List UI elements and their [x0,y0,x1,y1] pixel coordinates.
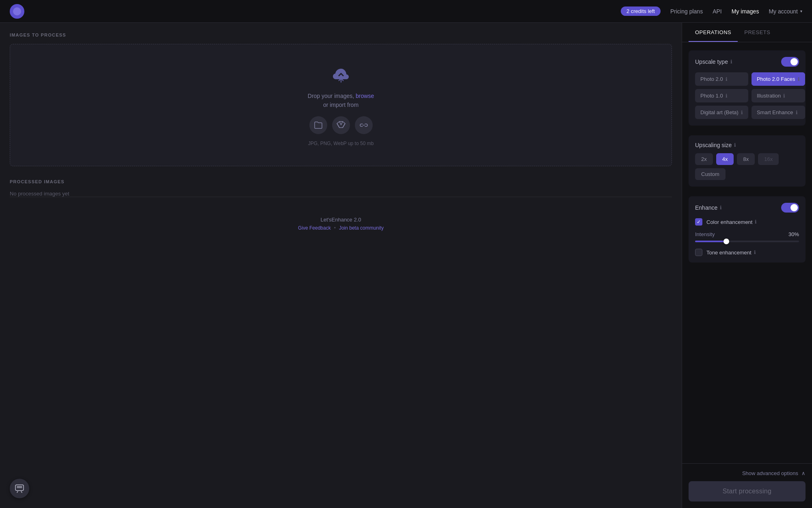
upload-browse-link[interactable]: browse [356,93,374,99]
upscale-type-toggle[interactable] [781,57,799,67]
size-btn-2x[interactable]: 2x [695,153,713,165]
no-images-text: No processed images yet [10,191,672,197]
link-icon [359,123,368,128]
upload-text-before: Drop your images, [308,93,356,99]
digitalart-info-icon[interactable]: ℹ [741,110,743,115]
start-processing-button[interactable]: Start processing [689,481,806,501]
color-enhancement-checkbox[interactable]: ✓ [695,218,702,226]
tone-enhancement-row: Tone enhancement ℹ [695,249,799,256]
upscale-type-row: Upscale type ℹ [695,57,799,67]
chat-button[interactable] [10,479,29,498]
upload-area[interactable]: Drop your images, browse or import from [10,44,672,166]
photo20faces-info-icon[interactable]: ℹ [798,76,800,82]
advanced-options-link[interactable]: Show advanced options ∧ [682,463,812,481]
size-btn-16x[interactable]: 16x [758,153,779,165]
photo10-info-icon[interactable]: ℹ [726,93,728,99]
processed-section-title: PROCESSED IMAGES [10,179,672,184]
intensity-slider-row: Intensity 30% [695,231,799,242]
upload-cloud-icon [330,65,352,85]
color-enhancement-row: ✓ Color enhancement ℹ [695,218,799,226]
tone-enhancement-info-icon[interactable]: ℹ [754,250,756,255]
tabs: OPERATIONS PRESETS [682,23,812,42]
size-btn-4x[interactable]: 4x [716,153,734,165]
tone-enhancement-label: Tone enhancement ℹ [706,250,756,256]
slider-thumb[interactable] [723,239,729,244]
chevron-down-icon: ▾ [800,9,802,13]
type-btn-photo20faces[interactable]: Photo 2.0 Faces ℹ [752,72,805,86]
api-link[interactable]: API [713,8,722,15]
footer-links: Give Feedback • Join beta community [16,225,665,231]
import-link-btn[interactable] [355,116,373,134]
color-enhancement-info-icon[interactable]: ℹ [755,219,757,225]
type-btn-photo10[interactable]: Photo 1.0 ℹ [695,89,748,102]
enhance-section: Enhance ℹ ✓ Color enhancement ℹ [689,196,806,263]
smartenhance-info-icon[interactable]: ℹ [796,110,798,115]
feedback-link[interactable]: Give Feedback [298,225,331,231]
upscaling-size-section: Upscaling size ℹ 2x 4x 8x 16x Custom [689,135,806,187]
upload-section-title: IMAGES TO PROCESS [10,33,672,37]
type-btn-photo20[interactable]: Photo 2.0 ℹ [695,72,748,86]
processed-section: PROCESSED IMAGES No processed images yet [10,179,672,197]
upscaling-size-label: Upscaling size ℹ [695,142,736,148]
header: 2 credits left Pricing plans API My imag… [0,0,812,23]
import-drive-btn[interactable] [332,116,350,134]
import-folder-btn[interactable] [309,116,327,134]
upload-text-after: or import from [323,102,358,108]
slider-header: Intensity 30% [695,231,799,237]
account-label: My account [769,8,798,15]
chat-icon [15,484,24,493]
checkmark-icon: ✓ [697,219,701,225]
type-btn-smartenhance[interactable]: Smart Enhance ℹ [752,106,805,119]
footer-title: Let'sEnhance 2.0 [16,217,665,223]
upscaling-size-info-icon[interactable]: ℹ [734,142,736,148]
slider-fill [695,241,726,242]
upscale-type-info-icon[interactable]: ℹ [730,59,732,65]
toggle-thumb [790,58,798,65]
enhance-row: Enhance ℹ [695,203,799,213]
right-panel: OPERATIONS PRESETS Upscale type ℹ Ph [682,23,812,508]
enhance-toggle-thumb [790,204,798,211]
intensity-label: Intensity [695,231,715,237]
drive-icon [337,121,346,129]
import-icons [309,116,373,134]
my-images-link[interactable]: My images [732,8,759,15]
size-options: 2x 4x 8x 16x Custom [695,153,799,180]
separator-dot: • [334,225,336,231]
logo[interactable] [10,4,24,19]
size-btn-custom[interactable]: Custom [695,168,726,180]
main-layout: IMAGES TO PROCESS Drop your images, brow… [0,23,812,508]
chevron-up-icon: ∧ [801,470,806,476]
color-enhancement-label: Color enhancement ℹ [706,219,757,225]
upscale-type-label: Upscale type ℹ [695,59,732,65]
illustration-info-icon[interactable]: ℹ [783,93,785,99]
type-btn-illustration[interactable]: Illustration ℹ [752,89,805,102]
upload-hint: JPG, PNG, WebP up to 50 mb [308,141,374,146]
photo20-info-icon[interactable]: ℹ [726,76,728,82]
type-options-grid: Photo 2.0 ℹ Photo 2.0 Faces ℹ Photo 1.0 … [695,72,799,119]
intensity-slider[interactable] [695,241,799,242]
upscale-type-section: Upscale type ℹ Photo 2.0 ℹ Photo 2.0 Fac… [689,50,806,126]
enhance-toggle[interactable] [781,203,799,213]
logo-circle [13,7,21,15]
type-btn-digitalart[interactable]: Digital art (Beta) ℹ [695,106,748,119]
pricing-link[interactable]: Pricing plans [670,8,703,15]
enhance-label: Enhance ℹ [695,204,722,211]
upload-icon-wrap [330,64,352,87]
beta-link[interactable]: Join beta community [339,225,384,231]
footer: Let'sEnhance 2.0 Give Feedback • Join be… [10,197,672,237]
account-menu[interactable]: My account ▾ [769,8,802,15]
intensity-value: 30% [788,231,799,237]
tab-operations[interactable]: OPERATIONS [689,23,738,42]
advanced-options-label: Show advanced options [742,470,798,476]
upload-text: Drop your images, browse or import from [308,91,374,110]
enhance-info-icon[interactable]: ℹ [720,205,722,211]
credits-badge[interactable]: 2 credits left [621,7,661,16]
operations-content: Upscale type ℹ Photo 2.0 ℹ Photo 2.0 Fac… [682,42,812,463]
size-btn-8x[interactable]: 8x [737,153,755,165]
left-panel: IMAGES TO PROCESS Drop your images, brow… [0,23,682,508]
tone-enhancement-checkbox[interactable] [695,249,702,256]
upscaling-size-row: Upscaling size ℹ [695,142,799,148]
folder-icon [314,122,323,129]
tab-presets[interactable]: PRESETS [738,23,777,42]
